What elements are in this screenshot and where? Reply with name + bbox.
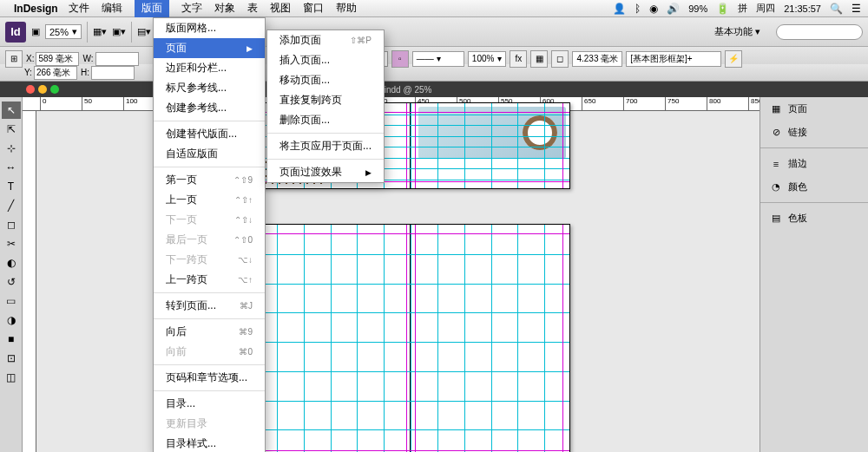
panel-label: 页面 — [788, 102, 807, 115]
menu-item[interactable]: 页面▶ — [154, 38, 265, 58]
tool-selection[interactable]: ↖ — [2, 102, 21, 119]
spotlight-icon[interactable]: 🔍 — [830, 3, 843, 15]
tool-scissors[interactable]: ✂ — [2, 235, 21, 252]
panel-色板[interactable]: ▤色板 — [760, 206, 868, 230]
tool-gap[interactable]: ↔ — [2, 159, 21, 176]
workspace-switcher[interactable]: 基本功能 ▾ — [704, 23, 771, 40]
corner-size[interactable]: 4.233 毫米 — [572, 51, 622, 67]
menu-item[interactable]: 将主页应用于页面... — [267, 136, 384, 156]
w-input[interactable] — [95, 52, 139, 66]
clock[interactable]: 21:35:57 — [784, 3, 821, 14]
menu-item[interactable]: 移动页面... — [267, 70, 384, 90]
menu-item[interactable]: 创建替代版面... — [154, 124, 265, 144]
select-content-icon[interactable]: ▫ — [391, 50, 409, 68]
wifi-icon[interactable]: ◉ — [649, 3, 658, 15]
tool-rect[interactable]: ▭ — [2, 292, 21, 310]
tool-fill[interactable]: ■ — [2, 331, 21, 348]
app-toolbar: Id ▣ 25%▾ ▦▾ ▣▾ ▤▾ 基本功能 ▾ — [0, 17, 868, 47]
ref-point[interactable]: ⊞ — [5, 50, 23, 68]
doc-tab-title[interactable]: .indd @ 25% — [382, 85, 431, 95]
effects-icon[interactable]: fx — [510, 50, 527, 68]
mac-menubar: InDesign 文件 编辑 版面 文字 对象 表 视图 窗口 帮助 👤 ᛒ ◉… — [0, 0, 868, 17]
user-icon[interactable]: 👤 — [613, 3, 626, 15]
menu-layout[interactable]: 版面 — [135, 0, 169, 17]
tool-gradient[interactable]: ◐ — [2, 254, 21, 272]
menu-edit[interactable]: 编辑 — [102, 1, 122, 16]
close-icon[interactable] — [26, 85, 35, 94]
text-wrap-icon[interactable]: ▦ — [530, 50, 548, 68]
menu-item[interactable]: 插入页面... — [267, 50, 384, 70]
tool-page[interactable]: ⊹ — [2, 140, 21, 157]
menu-item[interactable]: 上一跨页⌥↑ — [154, 270, 265, 290]
battery-icon[interactable]: 🔋 — [716, 3, 729, 15]
menu-object[interactable]: 对象 — [214, 1, 235, 16]
panel-icon: ⊘ — [769, 127, 783, 138]
menu-item[interactable]: 自适应版面 — [154, 144, 265, 164]
zoom-select[interactable]: 25%▾ — [45, 24, 82, 39]
menu-item[interactable]: 目录样式... — [154, 434, 265, 452]
screen-mode-icon[interactable]: ▣▾ — [112, 26, 126, 37]
menu-item[interactable]: 创建参考线... — [154, 98, 265, 118]
window-controls[interactable] — [26, 85, 59, 94]
h-input[interactable] — [91, 66, 135, 80]
app-logo: Id — [5, 22, 26, 43]
panel-页面[interactable]: ▦页面 — [760, 97, 868, 121]
menu-item[interactable]: 边距和分栏... — [154, 58, 265, 78]
menu-table[interactable]: 表 — [247, 1, 258, 16]
menu-item[interactable]: 向后⌘9 — [154, 322, 265, 342]
menu-item[interactable]: 页面过渡效果▶ — [267, 162, 384, 182]
menu-item[interactable]: 版面网格... — [154, 18, 265, 38]
corners-icon[interactable]: ◻ — [551, 50, 569, 68]
panel-颜色[interactable]: ◔颜色 — [760, 175, 868, 199]
tool-rotate[interactable]: ↺ — [2, 273, 21, 291]
tool-type[interactable]: T — [2, 178, 21, 195]
minimize-icon[interactable] — [38, 85, 47, 94]
menu-type[interactable]: 文字 — [181, 1, 202, 16]
arrange-icon[interactable]: ▤▾ — [137, 26, 151, 37]
panel-描边[interactable]: ≡描边 — [760, 152, 868, 175]
menu-file[interactable]: 文件 — [69, 1, 89, 16]
menu-item[interactable]: 转到页面...⌘J — [154, 296, 265, 316]
ime[interactable]: 拼 — [738, 2, 747, 15]
panel-label: 颜色 — [788, 180, 807, 193]
tool-swap[interactable]: ⊡ — [2, 350, 21, 367]
quick-apply-icon[interactable]: ⚡ — [725, 50, 742, 68]
panel-链接[interactable]: ⊘链接 — [760, 121, 868, 144]
tool-frame[interactable]: ◻ — [2, 216, 21, 233]
bridge-icon[interactable]: ▣ — [31, 26, 40, 37]
canvas[interactable]: 0501001502002503003504004505005506006507… — [23, 97, 760, 452]
menu-item[interactable]: 目录... — [154, 394, 265, 414]
tool-line[interactable]: ╱ — [2, 197, 21, 214]
menu-view[interactable]: 视图 — [270, 1, 291, 16]
view-options-icon[interactable]: ▦▾ — [93, 26, 107, 37]
tool-direct[interactable]: ⇱ — [2, 121, 21, 138]
menu-item[interactable]: 删除页面... — [267, 110, 384, 130]
menu-item[interactable]: 标尺参考线... — [154, 78, 265, 98]
menu-help[interactable]: 帮助 — [336, 1, 357, 16]
zoom-window-icon[interactable] — [50, 85, 59, 94]
x-input[interactable] — [36, 52, 79, 66]
volume-icon[interactable]: 🔊 — [667, 3, 680, 15]
menu-item[interactable]: 直接复制跨页 — [267, 90, 384, 110]
ruler-vertical[interactable] — [23, 111, 36, 452]
menu-item: 向前⌘0 — [154, 342, 265, 362]
frame-style-select[interactable]: [基本图形框架]+ — [626, 51, 721, 67]
tool-preview[interactable]: ◫ — [2, 369, 21, 386]
stroke-style[interactable]: —— ▾ — [412, 51, 464, 67]
menu-item[interactable]: 上一页⌃⇧↑ — [154, 190, 265, 210]
opacity[interactable]: 100% ▾ — [468, 51, 507, 67]
menu-item: 最后一页⌃⇧0 — [154, 230, 265, 250]
search-field[interactable] — [776, 24, 863, 40]
menu-item[interactable]: 第一页⌃⇧9 — [154, 170, 265, 190]
app-name[interactable]: InDesign — [14, 3, 58, 15]
spread-2[interactable] — [249, 224, 570, 452]
bluetooth-icon[interactable]: ᛒ — [635, 3, 641, 15]
notif-icon[interactable]: ☰ — [852, 3, 861, 15]
y-input[interactable] — [34, 66, 77, 80]
tool-eyedrop[interactable]: ◑ — [2, 311, 21, 329]
menu-window[interactable]: 窗口 — [303, 1, 324, 16]
menu-item[interactable]: 页码和章节选项... — [154, 368, 265, 388]
pasteboard[interactable] — [36, 111, 760, 452]
menu-item[interactable]: 添加页面⇧⌘P — [267, 30, 384, 50]
battery-pct[interactable]: 99% — [688, 3, 707, 14]
